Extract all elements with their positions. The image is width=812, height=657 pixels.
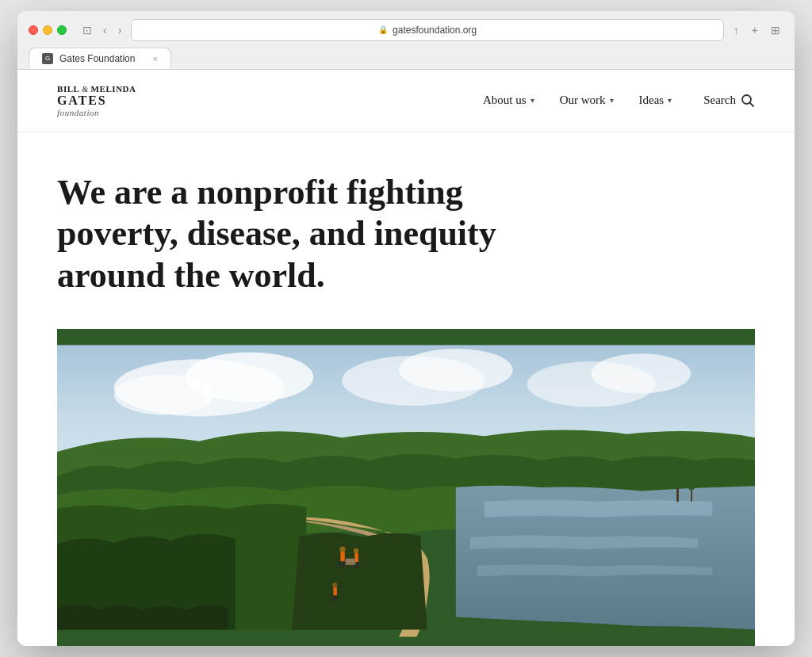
svg-point-5 (114, 375, 214, 414)
active-tab[interactable]: G Gates Foundation × (29, 48, 171, 69)
nav-about-chevron-icon: ▾ (530, 96, 534, 105)
back-button[interactable]: ‹ (100, 22, 110, 38)
nav-ideas-chevron-icon: ▾ (668, 96, 672, 105)
logo-ampersand: & (82, 85, 90, 94)
svg-rect-14 (340, 552, 344, 562)
close-button[interactable] (29, 25, 38, 35)
maximize-button[interactable] (57, 25, 67, 35)
logo-line3: foundation (57, 108, 136, 117)
logo-line1: Bill & Melinda (57, 84, 136, 94)
nav-item-ideas[interactable]: Ideas ▾ (639, 94, 672, 107)
address-bar-row: 🔒 gatesfoundation.org (131, 19, 723, 41)
lock-icon: 🔒 (378, 25, 388, 34)
toolbar-right: ↑ + ⊞ (730, 22, 783, 38)
svg-point-7 (399, 349, 513, 392)
svg-rect-24 (347, 561, 355, 562)
tab-close-button[interactable]: × (153, 54, 158, 63)
svg-point-15 (339, 547, 345, 552)
svg-rect-17 (343, 561, 345, 567)
browser-controls: ⊡ ‹ › (79, 22, 124, 38)
nav-search-label: Search (703, 94, 736, 107)
nav-about-label: About us (483, 94, 527, 107)
hero-section: We are a nonprofit fighting poverty, dis… (17, 132, 795, 646)
svg-rect-27 (332, 596, 335, 601)
share-button[interactable]: ↑ (730, 22, 742, 38)
nav-ideas-label: Ideas (639, 94, 665, 107)
browser-window: ⊡ ‹ › 🔒 gatesfoundation.org ↑ + ⊞ (17, 11, 795, 646)
hero-headline: We are a nonprofit fighting poverty, dis… (57, 172, 517, 297)
forward-button[interactable]: › (115, 22, 125, 38)
search-icon (741, 94, 755, 108)
nav-ourwork-label: Our work (560, 94, 606, 107)
svg-point-11 (672, 473, 683, 487)
sidebar-toggle-button[interactable]: ⊡ (79, 22, 95, 38)
address-bar[interactable]: 🔒 gatesfoundation.org (131, 19, 723, 41)
tab-title: Gates Foundation (59, 53, 135, 64)
site-nav: Bill & Melinda Gates foundation About us… (17, 70, 795, 132)
browser-tabs: G Gates Foundation × (29, 48, 783, 69)
logo-line2: Gates (57, 94, 136, 108)
svg-point-26 (332, 583, 337, 587)
svg-line-1 (750, 102, 754, 106)
minimize-button[interactable] (43, 25, 52, 35)
hero-landscape-svg (57, 329, 755, 646)
svg-point-9 (591, 353, 691, 393)
svg-rect-23 (347, 560, 355, 560)
tab-favicon: G (42, 53, 53, 64)
site-logo[interactable]: Bill & Melinda Gates foundation (57, 84, 136, 117)
svg-rect-16 (339, 561, 342, 567)
svg-rect-28 (335, 596, 337, 601)
grid-view-button[interactable]: ⊞ (768, 22, 783, 38)
nav-search-button[interactable]: Search (703, 94, 755, 108)
new-tab-button[interactable]: + (749, 22, 761, 38)
browser-titlebar: ⊡ ‹ › 🔒 gatesfoundation.org ↑ + ⊞ (29, 19, 783, 41)
svg-point-19 (354, 548, 358, 553)
nav-item-ourwork[interactable]: Our work ▾ (560, 94, 614, 107)
svg-rect-21 (356, 562, 358, 567)
svg-rect-25 (333, 587, 336, 596)
hero-image (57, 329, 755, 646)
url-text: gatesfoundation.org (393, 25, 477, 36)
website-content: Bill & Melinda Gates foundation About us… (17, 70, 795, 646)
browser-chrome: ⊡ ‹ › 🔒 gatesfoundation.org ↑ + ⊞ (17, 11, 795, 70)
nav-item-about[interactable]: About us ▾ (483, 94, 534, 107)
svg-point-13 (688, 479, 696, 490)
nav-links: About us ▾ Our work ▾ Ideas ▾ (483, 94, 672, 107)
traffic-lights (29, 25, 67, 35)
nav-ourwork-chevron-icon: ▾ (610, 96, 614, 105)
